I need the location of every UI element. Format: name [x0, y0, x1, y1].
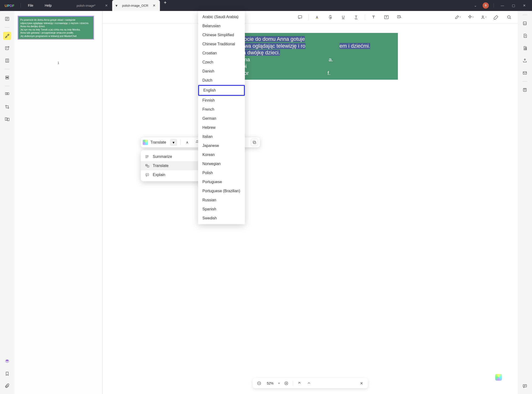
- language-item[interactable]: Swedish: [198, 214, 245, 223]
- close-zoom-button[interactable]: ✕: [358, 380, 364, 386]
- comment-icon[interactable]: [296, 13, 304, 21]
- menu-help[interactable]: Help: [39, 4, 58, 7]
- attachment-icon[interactable]: [3, 382, 11, 390]
- svg-point-21: [146, 157, 146, 157]
- callout-icon[interactable]: [395, 13, 404, 21]
- translate-label[interactable]: Translate: [150, 140, 168, 145]
- highlight-icon[interactable]: [184, 139, 191, 146]
- ocr-icon[interactable]: OCR: [521, 19, 529, 27]
- svg-rect-19: [253, 141, 255, 143]
- language-item[interactable]: Arabic (Saudi Arabia): [198, 12, 245, 21]
- language-item[interactable]: French: [198, 105, 245, 114]
- language-item[interactable]: Russian: [198, 196, 245, 205]
- summarize-item[interactable]: Summarize: [141, 152, 204, 161]
- first-page-button[interactable]: [296, 380, 302, 386]
- prev-page-button[interactable]: [306, 380, 312, 386]
- language-item[interactable]: Hebrew: [198, 123, 245, 132]
- tab-inactive[interactable]: polish-image* ✕: [64, 0, 112, 11]
- language-item[interactable]: Korean: [198, 150, 245, 159]
- language-item[interactable]: Czech: [198, 58, 245, 67]
- svg-rect-6: [7, 93, 9, 95]
- language-menu: Arabic (Saudi Arabia)BelarusianChinese S…: [198, 11, 245, 224]
- language-item[interactable]: Portuguese (Brazilian): [198, 187, 245, 196]
- copy-icon[interactable]: [251, 139, 258, 146]
- eraser-icon[interactable]: ▾: [453, 13, 462, 21]
- maximize-button[interactable]: ▢: [510, 2, 517, 9]
- main-area: ▾ ▾ ▾ Po powrocie do domu Anna gotuje od…: [103, 11, 518, 394]
- text-block[interactable]: Po powrocie do domu Anna gotuje odpoczyw…: [222, 33, 398, 80]
- crop-icon[interactable]: [3, 103, 11, 111]
- pages-icon[interactable]: [3, 57, 11, 65]
- explain-item[interactable]: Explain: [141, 170, 204, 179]
- highlighter-icon[interactable]: [3, 32, 11, 40]
- chevron-down-icon[interactable]: ⌄: [472, 2, 479, 9]
- highlight-icon[interactable]: [313, 13, 322, 21]
- textbox-icon[interactable]: [369, 13, 378, 21]
- compare-icon[interactable]: [3, 115, 11, 123]
- add-tab-button[interactable]: +: [160, 0, 170, 11]
- pen-icon[interactable]: [492, 13, 500, 21]
- reader-icon[interactable]: [3, 15, 11, 23]
- minimize-button[interactable]: —: [499, 2, 506, 9]
- language-item[interactable]: Finnish: [198, 96, 245, 105]
- zoom-value[interactable]: 52%: [265, 381, 275, 385]
- squiggly-icon[interactable]: [352, 13, 360, 21]
- language-item[interactable]: Danish: [198, 67, 245, 76]
- share-icon[interactable]: [521, 57, 529, 65]
- language-item[interactable]: Norwegian: [198, 159, 245, 168]
- ai-logo-icon: [143, 140, 148, 145]
- underline-icon[interactable]: [339, 13, 348, 21]
- user-icon[interactable]: ▾: [479, 13, 488, 21]
- thumbnail-panel: Po powrocie do domu Anna gotuje obiad i …: [14, 11, 103, 394]
- ai-fab-button[interactable]: [495, 374, 502, 381]
- language-item[interactable]: German: [198, 114, 245, 123]
- svg-point-20: [146, 156, 146, 156]
- language-item[interactable]: English: [198, 85, 245, 96]
- tab-active[interactable]: ▾ polish-image_OCR ✕: [112, 0, 160, 11]
- export-icon[interactable]: [521, 32, 529, 40]
- chevron-down-icon[interactable]: ▾: [116, 3, 117, 8]
- language-item[interactable]: Dutch: [198, 76, 245, 85]
- bookmark-icon[interactable]: [3, 370, 11, 378]
- document-page: Po powrocie do domu Anna gotuje odpoczyw…: [103, 23, 518, 89]
- language-item[interactable]: Croatian: [198, 49, 245, 58]
- redact-icon[interactable]: [3, 73, 11, 82]
- svg-rect-25: [146, 174, 149, 176]
- avatar[interactable]: B: [483, 2, 489, 9]
- dropdown-button[interactable]: ▾: [170, 139, 177, 146]
- menu-file[interactable]: File: [22, 4, 39, 7]
- save-icon[interactable]: [521, 86, 529, 94]
- svg-rect-10: [316, 18, 318, 19]
- chevron-down-icon[interactable]: ▾: [278, 382, 280, 385]
- svg-rect-5: [5, 93, 7, 95]
- email-icon[interactable]: [521, 69, 529, 77]
- zoom-out-button[interactable]: [256, 380, 262, 386]
- protect-icon[interactable]: [521, 44, 529, 52]
- svg-rect-8: [7, 118, 9, 121]
- organize-icon[interactable]: [3, 90, 11, 98]
- page-thumbnail[interactable]: Po powrocie do domu Anna gotuje obiad i …: [18, 16, 94, 40]
- language-item[interactable]: Belarusian: [198, 21, 245, 31]
- language-item[interactable]: Chinese Traditional: [198, 40, 245, 49]
- typewriter-icon[interactable]: [382, 13, 391, 21]
- zoom-in-button[interactable]: [283, 380, 289, 386]
- edit-icon[interactable]: [3, 44, 11, 52]
- language-item[interactable]: Spanish: [198, 205, 245, 214]
- language-item[interactable]: Italian: [198, 132, 245, 141]
- translate-item[interactable]: Translate ›: [141, 161, 204, 170]
- close-icon[interactable]: ✕: [152, 3, 157, 8]
- format-toolbar: ▾ ▾ ▾: [103, 11, 518, 23]
- close-icon[interactable]: ✕: [104, 3, 109, 8]
- language-item[interactable]: Polish: [198, 168, 245, 177]
- layers-icon[interactable]: [3, 357, 11, 365]
- strikethrough-icon[interactable]: [326, 13, 335, 21]
- language-item[interactable]: Chinese Simplified: [198, 31, 245, 40]
- language-item[interactable]: Japanese: [198, 141, 245, 150]
- search-icon[interactable]: [505, 13, 513, 21]
- sparkle-icon[interactable]: ▾: [466, 13, 475, 21]
- language-item[interactable]: Portuguese: [198, 177, 245, 187]
- close-button[interactable]: ✕: [521, 2, 528, 9]
- svg-point-22: [146, 158, 146, 158]
- titlebar: UPDF File Help polish-image* ✕ ▾ polish-…: [0, 0, 532, 11]
- comments-panel-icon[interactable]: [521, 382, 529, 390]
